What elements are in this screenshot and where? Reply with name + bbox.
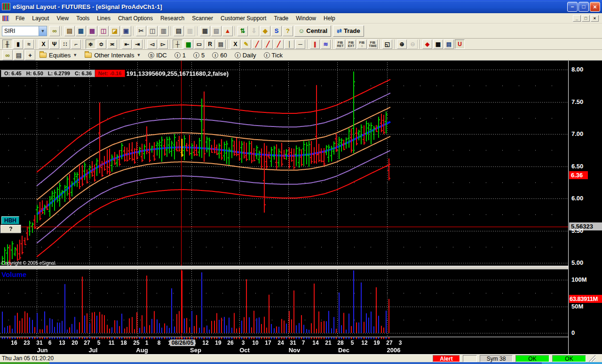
interval-daily-button[interactable]: IDaily [232,51,259,60]
shift-right-button[interactable]: ⇥ [133,40,143,49]
horizontal-line-button[interactable]: ─ [295,40,305,49]
notes-button[interactable]: ▤ [444,40,454,49]
trade-button[interactable]: ⇄ Trade [333,25,364,37]
symbol-list-button[interactable]: ◫ [98,26,109,36]
copy-button[interactable]: ◫ [147,26,158,36]
extended-line-button[interactable]: ╱ [274,40,284,49]
data-download-button[interactable]: ⇩ [249,26,259,36]
cut-button[interactable]: ✂ [136,26,146,36]
crosshair-button[interactable]: ┼ [173,40,182,49]
pane-divider[interactable] [0,266,602,269]
shift-left-button[interactable]: ⇤ [122,40,132,49]
menu-lines[interactable]: Lines [93,14,114,23]
measure-button[interactable]: ▭ [194,40,204,49]
add-button[interactable]: + [25,50,35,60]
start-button-sliver[interactable] [0,362,49,364]
alert-bell-button[interactable]: ◆ [260,26,270,36]
chart-properties-button[interactable]: ▤ [216,40,226,49]
menu-scanner[interactable]: Scanner [188,14,217,23]
line-type-button[interactable]: ≈ [24,40,34,49]
source-idc-button[interactable]: SIDC [145,51,169,60]
alert-badge[interactable]: Alert [433,355,460,362]
page-properties-button[interactable]: ▤ [14,50,24,60]
menu-chart-options[interactable]: Chart Options [114,14,157,23]
close-button[interactable]: × [590,2,600,12]
symbol-search-button[interactable]: S [271,26,282,36]
new-layout-button[interactable]: ▤ [64,26,75,36]
delete-drawing-button[interactable]: X [230,40,240,49]
study-help-button[interactable]: ? [0,225,21,233]
quote-board-button[interactable]: ▩ [87,26,97,36]
menu-customer-support[interactable]: Customer Support [217,14,270,23]
fib-retracement-button[interactable]: FIBRET [335,40,345,49]
page-back-button[interactable]: ◅ [147,40,157,49]
central-button[interactable]: ☺ Central [294,25,331,37]
fib-circle-button[interactable]: FIB○ [357,40,367,49]
color-bars-button[interactable]: ▆ [183,40,193,49]
save-page-button[interactable]: ▣ [121,26,131,36]
minimize-button[interactable]: – [567,2,578,12]
hbh-study-tag[interactable]: HBH [1,216,19,224]
restore-button[interactable]: □ [578,2,589,12]
reset-scale-button[interactable]: R [205,40,215,49]
snap-grid-button[interactable]: ▦ [433,40,443,49]
print-preview-button[interactable]: ▥ [185,26,195,36]
eraser-button[interactable]: ◆ [422,40,432,49]
mdi-restore-button[interactable]: □ [582,15,590,22]
interval-60-button[interactable]: I60 [209,51,230,60]
combo-dropdown-icon[interactable]: ▼ [39,26,47,36]
interval-tick-button[interactable]: ITick [261,51,285,60]
other-intervals-folder-dropdown[interactable]: Other Intervals▼ [82,51,143,60]
menu-layout[interactable]: Layout [28,14,53,23]
menu-tools[interactable]: Tools [72,14,93,23]
watch-list-button[interactable]: ▧ [211,26,222,36]
menu-trade[interactable]: Trade [270,14,292,23]
zoom-in-button[interactable]: ⊕ [397,40,407,49]
vertical-line-button[interactable]: │ [285,40,294,49]
compress-bars-button[interactable]: ≑ [86,40,95,49]
price-volume-chart[interactable] [0,61,568,354]
symbol-link-button[interactable]: ∞ [49,26,60,36]
ray-line-button[interactable]: ╱ [263,40,273,49]
fib-time-button[interactable]: FIBTIME [368,40,378,49]
paste-button[interactable]: ▥ [158,26,169,36]
menu-file[interactable]: File [12,14,28,23]
parallel-lines-button[interactable]: ∥ [310,40,320,49]
point-figure-type-button[interactable]: X [39,40,48,49]
trendline-button[interactable]: ╱ [252,40,262,49]
pencil-button[interactable]: ✎ [241,40,251,49]
equities-folder-dropdown[interactable]: Equities▼ [37,51,80,60]
regression-button[interactable]: ≋ [321,40,331,49]
symbol-combo[interactable]: SIRI ▼ [2,26,47,36]
price-axis[interactable]: 6.36 5.56323 63.83911M 8.007.507.006.506… [568,61,602,354]
page-forward-button[interactable]: ▻ [158,40,168,49]
tick-updown-button[interactable]: ⇅ [238,26,248,36]
fib-extension-button[interactable]: FIBEXT [346,40,356,49]
hot-list-button[interactable]: ▲ [222,26,233,36]
mdi-close-button[interactable]: × [591,15,599,22]
menu-help[interactable]: Help [320,14,339,23]
resize-grip[interactable] [589,355,595,362]
bar-type-button[interactable]: ╫ [2,40,12,49]
symbol-input[interactable]: SIRI [2,28,39,34]
profile-type-button[interactable]: Ψ [49,40,59,49]
open-page-button[interactable]: ◪ [110,26,120,36]
menu-research[interactable]: Research [157,14,188,23]
menu-window[interactable]: Window [292,14,320,23]
copy-drawing-button[interactable]: ◱ [382,40,392,49]
dot-type-button[interactable]: ∷ [60,40,70,49]
underline-study-button[interactable]: U [455,40,465,49]
variable-spacing-button[interactable]: ≍ [107,40,117,49]
bar-spacing-button[interactable]: ≎ [96,40,106,49]
print-button[interactable]: ▤ [174,26,184,36]
chart-area[interactable]: O: 6.45 H: 6.50 L: 6.2799 C: 6.36 Net: -… [0,61,568,354]
link-button[interactable]: ∞ [2,50,13,60]
ticker-window-button[interactable]: ▦ [200,26,210,36]
x-axis[interactable]: 1623316132027511182518156121926310172431… [0,340,568,354]
mdi-minimize-button[interactable]: _ [573,15,581,22]
menu-view[interactable]: View [53,14,72,23]
interval-1-button[interactable]: I1 [172,51,189,60]
candle-type-button[interactable]: ▮ [13,40,23,49]
interval-5-button[interactable]: I5 [190,51,207,60]
new-chart-button[interactable]: ▦ [76,26,86,36]
